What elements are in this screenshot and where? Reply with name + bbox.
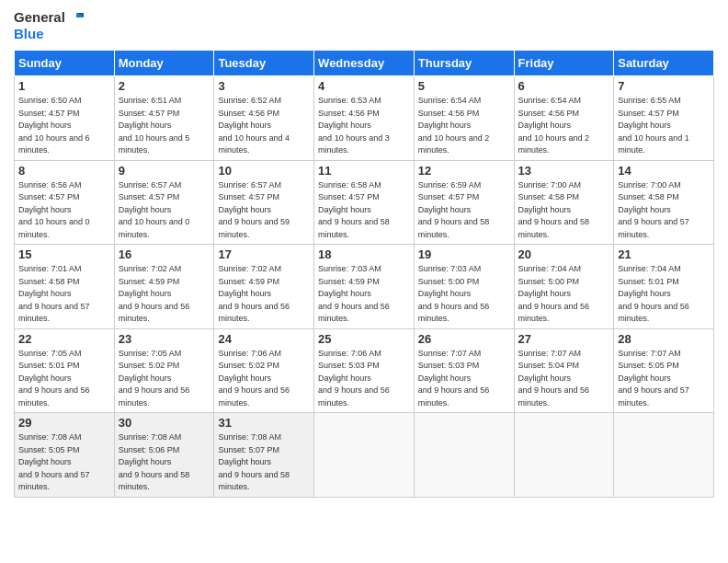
day-number: 20 [518,247,610,261]
day-header-monday: Monday [114,51,214,76]
day-info: Sunrise: 6:50 AMSunset: 4:57 PMDaylight … [18,95,110,157]
day-info: Sunrise: 7:04 AMSunset: 5:00 PMDaylight … [518,263,610,326]
calendar-cell: 31Sunrise: 7:08 AMSunset: 5:07 PMDayligh… [214,413,314,498]
day-headers-row: SundayMondayTuesdayWednesdayThursdayFrid… [15,51,714,76]
calendar-cell: 20Sunrise: 7:04 AMSunset: 5:00 PMDayligh… [514,245,614,329]
day-info: Sunrise: 7:07 AMSunset: 5:05 PMDaylight … [618,348,710,410]
logo-general: General [14,9,65,26]
calendar-cell: 2Sunrise: 6:51 AMSunset: 4:57 PMDaylight… [114,76,214,161]
day-number: 16 [119,247,210,261]
calendar-cell: 4Sunrise: 6:53 AMSunset: 4:56 PMDaylight… [314,76,415,161]
day-header-wednesday: Wednesday [314,51,415,76]
day-info: Sunrise: 6:58 AMSunset: 4:57 PMDaylight … [318,179,410,242]
calendar-cell: 13Sunrise: 7:00 AMSunset: 4:58 PMDayligh… [514,160,614,245]
day-number: 7 [618,79,710,93]
day-info: Sunrise: 7:08 AMSunset: 5:07 PMDaylight … [218,431,310,494]
calendar-cell: 17Sunrise: 7:02 AMSunset: 4:59 PMDayligh… [214,245,314,329]
calendar-cell: 18Sunrise: 7:03 AMSunset: 4:59 PMDayligh… [314,245,415,329]
day-header-saturday: Saturday [614,51,714,76]
day-number: 26 [418,332,510,346]
day-number: 19 [418,247,510,261]
page: General Blue SundayMondayTuesdayWednesda… [0,0,728,563]
day-number: 27 [518,332,610,346]
day-info: Sunrise: 6:55 AMSunset: 4:57 PMDaylight … [618,95,710,157]
day-number: 5 [418,79,510,93]
day-header-friday: Friday [514,51,614,76]
day-number: 18 [318,247,410,261]
logo-blue: Blue [14,26,44,42]
logo: General Blue [14,9,84,42]
day-number: 15 [18,247,110,261]
calendar-cell: 3Sunrise: 6:52 AMSunset: 4:56 PMDaylight… [214,76,314,161]
week-row-3: 15Sunrise: 7:01 AMSunset: 4:58 PMDayligh… [15,245,714,329]
calendar-cell: 24Sunrise: 7:06 AMSunset: 5:02 PMDayligh… [214,328,314,413]
day-number: 29 [18,416,110,430]
day-number: 21 [618,247,710,261]
day-info: Sunrise: 7:02 AMSunset: 4:59 PMDaylight … [218,263,310,326]
calendar-cell: 30Sunrise: 7:08 AMSunset: 5:06 PMDayligh… [114,413,214,498]
day-header-thursday: Thursday [414,51,514,76]
day-number: 8 [18,164,110,178]
day-info: Sunrise: 7:04 AMSunset: 5:01 PMDaylight … [618,263,710,326]
day-number: 3 [218,79,310,93]
day-number: 24 [218,332,310,346]
calendar-cell: 25Sunrise: 7:06 AMSunset: 5:03 PMDayligh… [314,328,415,413]
day-number: 13 [518,164,610,178]
calendar-cell: 14Sunrise: 7:00 AMSunset: 4:58 PMDayligh… [614,160,714,245]
calendar-cell: 19Sunrise: 7:03 AMSunset: 5:00 PMDayligh… [414,245,514,329]
calendar-cell: 16Sunrise: 7:02 AMSunset: 4:59 PMDayligh… [114,245,214,329]
day-info: Sunrise: 6:54 AMSunset: 4:56 PMDaylight … [518,95,610,157]
day-info: Sunrise: 7:07 AMSunset: 5:03 PMDaylight … [418,348,510,410]
day-info: Sunrise: 7:03 AMSunset: 4:59 PMDaylight … [318,263,410,326]
day-info: Sunrise: 7:06 AMSunset: 5:02 PMDaylight … [218,348,310,410]
day-info: Sunrise: 7:07 AMSunset: 5:04 PMDaylight … [518,348,610,410]
day-info: Sunrise: 7:02 AMSunset: 4:59 PMDaylight … [119,263,210,326]
calendar: SundayMondayTuesdayWednesdayThursdayFrid… [14,50,714,498]
day-number: 23 [119,332,210,346]
calendar-cell: 29Sunrise: 7:08 AMSunset: 5:05 PMDayligh… [15,413,115,498]
day-info: Sunrise: 6:51 AMSunset: 4:57 PMDaylight … [119,95,210,157]
day-number: 10 [218,164,310,178]
week-row-4: 22Sunrise: 7:05 AMSunset: 5:01 PMDayligh… [15,328,714,413]
day-number: 22 [18,332,110,346]
day-header-sunday: Sunday [15,51,115,76]
day-info: Sunrise: 7:05 AMSunset: 5:01 PMDaylight … [18,348,110,410]
day-info: Sunrise: 7:03 AMSunset: 5:00 PMDaylight … [418,263,510,326]
day-info: Sunrise: 6:53 AMSunset: 4:56 PMDaylight … [318,95,410,157]
day-info: Sunrise: 7:08 AMSunset: 5:05 PMDaylight … [18,431,110,494]
calendar-cell: 8Sunrise: 6:56 AMSunset: 4:57 PMDaylight… [15,160,115,245]
header: General Blue [14,9,714,42]
calendar-cell: 27Sunrise: 7:07 AMSunset: 5:04 PMDayligh… [514,328,614,413]
calendar-cell [514,413,614,498]
calendar-cell [614,413,714,498]
week-row-2: 8Sunrise: 6:56 AMSunset: 4:57 PMDaylight… [15,160,714,245]
day-number: 9 [119,164,210,178]
calendar-cell [414,413,514,498]
day-info: Sunrise: 6:54 AMSunset: 4:56 PMDaylight … [418,95,510,157]
day-number: 6 [518,79,610,93]
calendar-cell: 7Sunrise: 6:55 AMSunset: 4:57 PMDaylight… [614,76,714,161]
day-number: 12 [418,164,510,178]
day-info: Sunrise: 7:00 AMSunset: 4:58 PMDaylight … [618,179,710,242]
week-row-5: 29Sunrise: 7:08 AMSunset: 5:05 PMDayligh… [15,413,714,498]
day-number: 28 [618,332,710,346]
day-number: 14 [618,164,710,178]
day-info: Sunrise: 6:52 AMSunset: 4:56 PMDaylight … [218,95,310,157]
day-number: 11 [318,164,410,178]
day-info: Sunrise: 7:05 AMSunset: 5:02 PMDaylight … [119,348,210,410]
calendar-cell [314,413,415,498]
calendar-cell: 22Sunrise: 7:05 AMSunset: 5:01 PMDayligh… [15,328,115,413]
day-number: 4 [318,79,410,93]
day-info: Sunrise: 7:08 AMSunset: 5:06 PMDaylight … [119,431,210,494]
day-info: Sunrise: 6:57 AMSunset: 4:57 PMDaylight … [218,179,310,242]
calendar-cell: 10Sunrise: 6:57 AMSunset: 4:57 PMDayligh… [214,160,314,245]
calendar-cell: 1Sunrise: 6:50 AMSunset: 4:57 PMDaylight… [15,76,115,161]
day-info: Sunrise: 7:06 AMSunset: 5:03 PMDaylight … [318,348,410,410]
day-info: Sunrise: 7:01 AMSunset: 4:58 PMDaylight … [18,263,110,326]
day-number: 1 [18,79,110,93]
calendar-cell: 26Sunrise: 7:07 AMSunset: 5:03 PMDayligh… [414,328,514,413]
day-info: Sunrise: 6:59 AMSunset: 4:57 PMDaylight … [418,179,510,242]
calendar-cell: 5Sunrise: 6:54 AMSunset: 4:56 PMDaylight… [414,76,514,161]
calendar-cell: 12Sunrise: 6:59 AMSunset: 4:57 PMDayligh… [414,160,514,245]
calendar-cell: 9Sunrise: 6:57 AMSunset: 4:57 PMDaylight… [114,160,214,245]
